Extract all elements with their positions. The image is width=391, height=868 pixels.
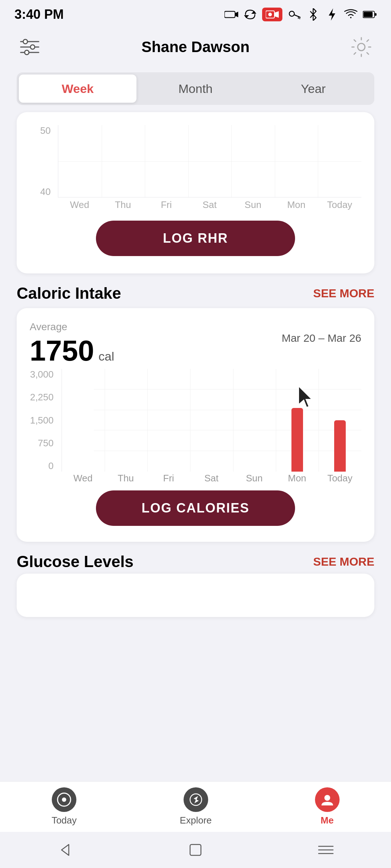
svg-point-24 <box>62 797 66 802</box>
bottom-navigation: Today Explore Me <box>0 781 391 832</box>
svg-point-27 <box>324 795 330 801</box>
caloric-y-1500: 1,500 <box>30 415 54 426</box>
svg-rect-0 <box>224 11 235 17</box>
battery-status-icon <box>363 9 377 20</box>
caloric-x-today: Today <box>319 473 361 484</box>
caloric-value: 1750 <box>30 334 94 367</box>
caloric-y-750: 750 <box>38 438 54 449</box>
bar-mon <box>276 369 319 472</box>
bar-sun <box>233 369 276 472</box>
rhr-x-sun: Sun <box>231 199 275 210</box>
flash-status-icon <box>325 9 339 20</box>
filter-button[interactable] <box>17 34 43 60</box>
svg-rect-14 <box>375 13 377 16</box>
glucose-section <box>0 574 391 617</box>
rhr-x-wed: Wed <box>58 199 101 210</box>
caloric-x-mon: Mon <box>276 473 318 484</box>
log-rhr-button[interactable]: LOG RHR <box>96 221 295 256</box>
segment-container: Week Month Year <box>0 65 391 109</box>
home-button[interactable] <box>183 837 208 863</box>
svg-marker-1 <box>235 12 238 17</box>
bar-thu <box>105 369 147 472</box>
caloric-x-sat: Sat <box>190 473 233 484</box>
svg-marker-11 <box>329 8 335 21</box>
month-segment[interactable]: Month <box>136 75 254 103</box>
caloric-card: Average 1750 cal Mar 20 – Mar 26 3,000 2… <box>17 308 374 542</box>
svg-rect-29 <box>190 844 201 855</box>
me-nav-icon <box>315 787 340 812</box>
time-period-selector[interactable]: Week Month Year <box>17 72 374 105</box>
caloric-x-sun: Sun <box>233 473 276 484</box>
bar-sat <box>190 369 233 472</box>
caloric-x-fri: Fri <box>147 473 190 484</box>
status-icons <box>224 8 377 21</box>
glucose-section-title: Glucose Levels <box>17 553 134 571</box>
nav-explore[interactable]: Explore <box>180 787 212 826</box>
wifi-status-icon <box>344 9 358 20</box>
svg-marker-5 <box>274 11 279 18</box>
svg-marker-2 <box>251 11 256 14</box>
caloric-y-0: 0 <box>49 460 54 472</box>
rhr-x-sat: Sat <box>188 199 231 210</box>
caloric-x-labels: Wed Thu Fri Sat Sun Mon Today <box>62 472 361 485</box>
bluetooth-status-icon <box>306 9 320 20</box>
week-segment[interactable]: Week <box>19 75 136 103</box>
rhr-x-mon: Mon <box>275 199 318 210</box>
svg-marker-26 <box>194 796 199 803</box>
nav-me[interactable]: Me <box>315 787 340 826</box>
today-nav-icon <box>52 787 76 812</box>
glucose-see-more-button[interactable]: SEE MORE <box>313 555 374 569</box>
svg-point-19 <box>30 45 35 49</box>
svg-point-7 <box>289 11 294 16</box>
caloric-chart: 3,000 2,250 1,500 750 0 <box>30 369 361 485</box>
bar-wed <box>62 369 105 472</box>
svg-point-6 <box>268 13 272 16</box>
year-segment[interactable]: Year <box>255 75 372 103</box>
svg-point-18 <box>23 39 28 44</box>
nav-today[interactable]: Today <box>51 787 76 826</box>
back-button[interactable] <box>52 837 78 863</box>
system-navigation <box>0 832 391 868</box>
caloric-x-wed: Wed <box>62 473 104 484</box>
svg-marker-3 <box>244 15 249 18</box>
nav-today-label: Today <box>51 815 76 826</box>
rotate-status-icon <box>243 9 257 20</box>
status-time: 3:40 PM <box>14 7 64 22</box>
caloric-y-2250: 2,250 <box>30 392 54 403</box>
caloric-y-labels: 3,000 2,250 1,500 750 0 <box>30 369 59 472</box>
svg-line-8 <box>294 15 300 17</box>
caloric-see-more-button[interactable]: SEE MORE <box>313 287 374 300</box>
average-label: Average <box>30 321 114 333</box>
rhr-x-fri: Fri <box>144 199 188 210</box>
caloric-section-header: Caloric Intake SEE MORE <box>0 281 391 302</box>
glucose-card-preview <box>17 574 374 617</box>
svg-marker-22 <box>299 386 312 407</box>
recents-button[interactable] <box>313 837 339 863</box>
settings-button[interactable] <box>348 34 374 60</box>
key-status-icon <box>287 9 301 20</box>
bar-fri <box>147 369 190 472</box>
caloric-section-title: Caloric Intake <box>17 284 121 302</box>
date-range: Mar 20 – Mar 26 <box>282 332 361 344</box>
nav-me-label: Me <box>321 815 334 826</box>
rec-icon <box>262 8 282 21</box>
caloric-y-3000: 3,000 <box>30 369 54 380</box>
svg-marker-28 <box>62 844 69 855</box>
glucose-section-header: Glucose Levels SEE MORE <box>0 549 391 571</box>
rhr-x-today: Today <box>318 199 361 210</box>
rhr-y-label-50: 50 <box>40 125 51 136</box>
explore-nav-icon <box>184 787 208 812</box>
bar-today <box>319 369 361 472</box>
caloric-x-thu: Thu <box>104 473 147 484</box>
rhr-y-label-40: 40 <box>40 186 51 197</box>
svg-rect-13 <box>363 12 373 17</box>
svg-point-20 <box>25 50 29 55</box>
nav-explore-label: Explore <box>180 815 212 826</box>
camera-status-icon <box>224 9 238 20</box>
caloric-bars-area <box>62 369 361 472</box>
rhr-chart: 50 40 Wed Thu Fri Sat Sun Mon Today <box>30 125 361 212</box>
log-calories-button[interactable]: LOG CALORIES <box>96 490 295 526</box>
header: Shane Dawson <box>0 29 391 65</box>
caloric-unit: cal <box>98 349 114 363</box>
status-bar: 3:40 PM <box>0 0 391 29</box>
